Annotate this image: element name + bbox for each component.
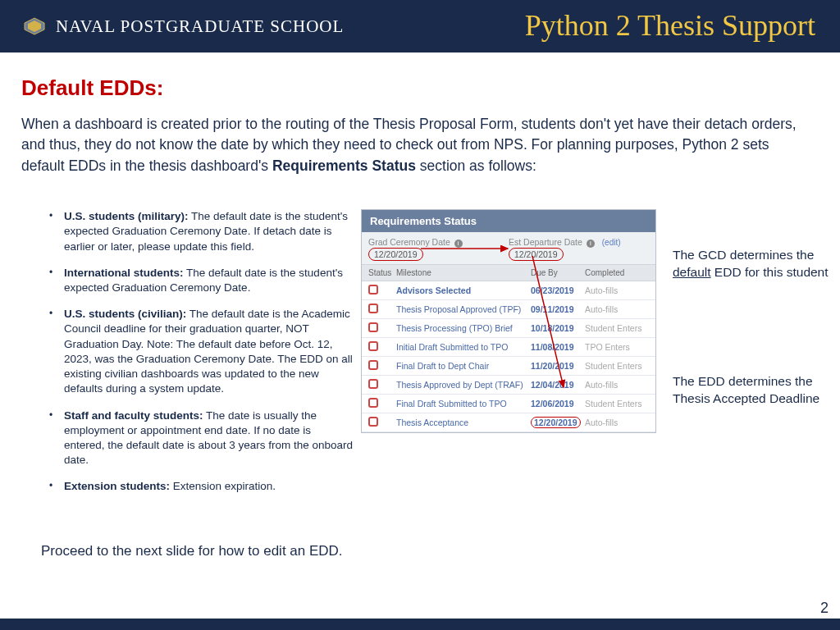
checkbox-icon bbox=[368, 379, 378, 389]
edd-label: Est Departure Date bbox=[509, 237, 582, 247]
table-row: Thesis Processing (TPO) Brief10/18/2019S… bbox=[362, 319, 655, 338]
edit-link[interactable]: (edit) bbox=[602, 238, 621, 247]
milestone-name: Thesis Acceptance bbox=[396, 418, 531, 427]
col-completed: Completed bbox=[585, 268, 649, 277]
grad-date-col: Grad Ceremony Date i 12/20/2019 bbox=[368, 237, 509, 261]
table-row: Final Draft to Dept Chair11/20/2019Stude… bbox=[362, 357, 655, 376]
table-row: Thesis Acceptance12/20/2019Auto-fills bbox=[362, 413, 655, 432]
completed-by: Student Enters bbox=[585, 361, 649, 371]
footer-bar bbox=[0, 619, 840, 630]
col-status: Status bbox=[368, 268, 396, 277]
intro-bold: Requirements Status bbox=[272, 158, 416, 174]
table-row: Advisors Selected06/23/2019Auto-fills bbox=[362, 281, 655, 300]
checkbox-icon bbox=[368, 341, 378, 351]
due-date: 12/06/2019 bbox=[531, 399, 585, 409]
milestone-name: Final Draft to Dept Chair bbox=[396, 361, 531, 371]
due-date: 10/18/2019 bbox=[531, 323, 585, 333]
checkbox-icon bbox=[368, 285, 378, 294]
checkbox-icon bbox=[368, 417, 378, 427]
header-left: NAVAL POSTGRADUATE SCHOOL bbox=[0, 16, 344, 37]
bullet-item: U.S. students (military): The default da… bbox=[49, 209, 353, 254]
milestone-name: Thesis Approved by Dept (TRAF) bbox=[396, 380, 531, 390]
checkbox-icon bbox=[368, 304, 378, 313]
bullet-item: Extension students: Extension expiration… bbox=[49, 479, 353, 494]
checkbox-icon bbox=[368, 398, 378, 408]
due-date: 06/23/2019 bbox=[531, 285, 585, 295]
due-date: 11/20/2019 bbox=[531, 361, 585, 371]
note-edd: The EDD determines the Thesis Accepted D… bbox=[673, 373, 837, 408]
completed-by: Auto-fills bbox=[585, 380, 649, 390]
due-date: 12/04/2019 bbox=[531, 380, 585, 390]
columns: U.S. students (military): The default da… bbox=[0, 209, 840, 506]
grad-date-value: 12/20/2019 bbox=[368, 248, 423, 261]
due-date: 09/11/2019 bbox=[531, 304, 585, 314]
milestone-name: Initial Draft Submitted to TPO bbox=[396, 342, 531, 352]
table-row: Final Draft Submitted to TPO12/06/2019St… bbox=[362, 395, 655, 413]
milestone-name: Thesis Proposal Approved (TPF) bbox=[396, 304, 531, 314]
edd-col: Est Departure Date i (edit) 12/20/2019 bbox=[509, 237, 649, 261]
nps-seal-icon bbox=[23, 16, 46, 36]
slide: NAVAL POSTGRADUATE SCHOOL Python 2 Thesi… bbox=[0, 0, 840, 630]
school-name: NAVAL POSTGRADUATE SCHOOL bbox=[56, 16, 344, 37]
due-date: 11/08/2019 bbox=[531, 342, 585, 352]
completed-by: Auto-fills bbox=[585, 418, 649, 427]
bullet-item: Staff and faculty students: The date is … bbox=[49, 409, 353, 468]
completed-by: Student Enters bbox=[585, 323, 649, 333]
milestone-rows: Advisors Selected06/23/2019Auto-fillsThe… bbox=[362, 281, 655, 432]
proceed-text: Proceed to the next slide for how to edi… bbox=[41, 543, 343, 559]
completed-by: TPO Enters bbox=[585, 342, 649, 352]
milestone-name: Advisors Selected bbox=[396, 285, 531, 295]
milestone-name: Thesis Processing (TPO) Brief bbox=[396, 323, 531, 333]
bullet-item: International students: The default date… bbox=[49, 266, 353, 295]
info-icon: i bbox=[454, 240, 463, 248]
col-milestone: Milestone bbox=[396, 268, 531, 277]
requirements-status-panel: Requirements Status Grad Ceremony Date i… bbox=[361, 209, 656, 433]
milestone-name: Final Draft Submitted to TPO bbox=[396, 399, 531, 409]
slide-title: Python 2 Thesis Support bbox=[525, 8, 815, 43]
bullet-item: U.S. students (civilian): The default da… bbox=[49, 307, 353, 396]
intro-paragraph: When a dashboard is created prior to the… bbox=[0, 114, 840, 176]
milestone-header: Status Milestone Due By Completed bbox=[362, 264, 655, 281]
note-gcd: The GCD determines the default EDD for t… bbox=[673, 247, 837, 281]
right-column: Requirements Status Grad Ceremony Date i… bbox=[361, 209, 840, 506]
intro-text-b: section as follows: bbox=[416, 158, 536, 174]
table-row: Thesis Proposal Approved (TPF)09/11/2019… bbox=[362, 300, 655, 319]
grad-date-label: Grad Ceremony Date bbox=[368, 237, 450, 247]
panel-dates: Grad Ceremony Date i 12/20/2019 Est Depa… bbox=[362, 232, 655, 264]
checkbox-icon bbox=[368, 322, 378, 332]
col-due: Due By bbox=[531, 268, 585, 277]
completed-by: Auto-fills bbox=[585, 285, 649, 295]
checkbox-icon bbox=[368, 360, 378, 370]
section-heading: Default EDDs: bbox=[0, 52, 840, 114]
due-date: 12/20/2019 bbox=[531, 417, 585, 428]
panel-title: Requirements Status bbox=[362, 210, 655, 232]
content: Default EDDs: When a dashboard is create… bbox=[0, 52, 840, 619]
table-row: Thesis Approved by Dept (TRAF)12/04/2019… bbox=[362, 376, 655, 395]
completed-by: Student Enters bbox=[585, 399, 649, 409]
info-icon: i bbox=[587, 240, 595, 248]
edd-value: 12/20/2019 bbox=[509, 248, 564, 261]
completed-by: Auto-fills bbox=[585, 304, 649, 314]
table-row: Initial Draft Submitted to TPO11/08/2019… bbox=[362, 338, 655, 357]
page-number: 2 bbox=[820, 600, 829, 617]
bullet-list: U.S. students (military): The default da… bbox=[0, 209, 361, 506]
header-bar: NAVAL POSTGRADUATE SCHOOL Python 2 Thesi… bbox=[0, 0, 840, 52]
